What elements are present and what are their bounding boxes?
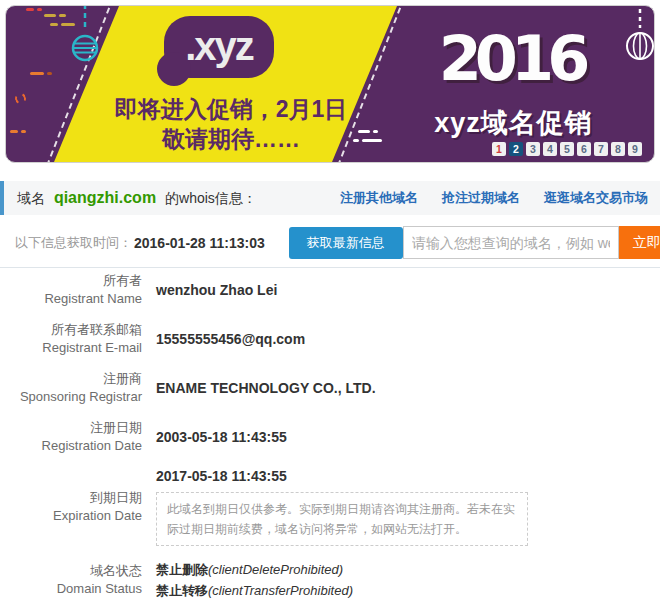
- label-en: Domain Status: [0, 580, 142, 598]
- label-cn: 到期日期: [0, 489, 142, 507]
- label-en: Registrant E-mail: [0, 339, 142, 357]
- status-cn: 禁止删除: [156, 562, 208, 577]
- link-backorder-expired-domains[interactable]: 抢注过期域名: [442, 189, 520, 207]
- label-cn: 所有者: [0, 272, 142, 290]
- banner-page-2-active[interactable]: 2: [509, 142, 523, 156]
- queried-domain: qiangzhi.com: [54, 189, 156, 206]
- expiration-note: 此域名到期日仅供参考。实际到期日期请咨询其注册商。若未在实际过期日期前续费，域名…: [156, 492, 528, 546]
- xyz-logo-text: .xyz: [185, 24, 253, 68]
- search-now-button[interactable]: 立即查询: [619, 226, 660, 259]
- banner-page-6[interactable]: 6: [577, 142, 591, 156]
- whois-toolbar: 以下信息获取时间： 2016-01-28 11:13:03 获取最新信息 立即查…: [0, 222, 660, 268]
- refresh-whois-button[interactable]: 获取最新信息: [289, 227, 403, 259]
- decor-arc: [14, 92, 28, 106]
- label-cn: 注册商: [0, 370, 142, 388]
- whois-title-suffix: 的whois信息：: [165, 190, 257, 206]
- hanging-ball-icon: [62, 5, 108, 68]
- banner-page-7[interactable]: 7: [594, 142, 608, 156]
- whois-title-prefix: 域名: [17, 190, 45, 206]
- label-en: Sponsoring Registrar: [0, 388, 142, 406]
- status-line: 禁止转移(clientTransferProhibited): [156, 580, 353, 600]
- decor-dash: [50, 23, 58, 26]
- decor-dash: [10, 130, 18, 133]
- row-label: 域名状态 Domain Status: [0, 562, 142, 598]
- banner-year: 2016: [411, 22, 611, 95]
- decor-dash: [26, 8, 34, 11]
- label-en: Registration Date: [0, 437, 142, 455]
- banner-promo-line1: 即将进入促销，2月1日: [81, 94, 381, 125]
- banner-page-1[interactable]: 1: [492, 142, 506, 156]
- xyz-promo-banner[interactable]: .xyz 即将进入促销，2月1日 敬请期待…… 2016 xyz域名促销 1 2…: [5, 5, 655, 163]
- registrant-email-value: 15555555456@qq.com: [142, 321, 305, 357]
- xyz-logo: .xyz: [164, 16, 274, 78]
- whois-table: 所有者 Registrant Name wenzhou Zhao Lei 所有者…: [0, 272, 660, 600]
- label-cn: 所有者联系邮箱: [0, 321, 142, 339]
- label-en: Registrant Name: [0, 290, 142, 308]
- expiration-date-block: 2017-05-18 11:43:55 此域名到期日仅供参考。实际到期日期请咨询…: [142, 468, 528, 546]
- row-label: 所有者联系邮箱 Registrant E-mail: [0, 321, 142, 357]
- row-registrant-email: 所有者联系邮箱 Registrant E-mail 15555555456@qq…: [0, 321, 660, 357]
- decor-dash: [44, 14, 56, 17]
- hanging-lantern-icon: [623, 9, 655, 67]
- row-label: 注册商 Sponsoring Registrar: [0, 370, 142, 406]
- row-registrar: 注册商 Sponsoring Registrar ENAME TECHNOLOG…: [0, 370, 660, 406]
- link-register-other-domains[interactable]: 注册其他域名: [340, 189, 418, 207]
- banner-pagination: 1 2 3 4 5 6 7 8 9: [492, 142, 642, 156]
- status-en: (clientDeleteProhibited): [208, 562, 343, 577]
- label-en: Expiration Date: [0, 507, 142, 525]
- decor-dash: [21, 130, 26, 133]
- registrar-value: ENAME TECHNOLOGY CO., LTD.: [142, 370, 376, 406]
- registration-date-value: 2003-05-18 11:43:55: [142, 419, 287, 455]
- fetch-time-value: 2016-01-28 11:13:03: [134, 235, 265, 251]
- status-cn: 禁止转移: [156, 583, 208, 598]
- header-links: 注册其他域名 抢注过期域名 逛逛域名交易市场: [340, 189, 648, 207]
- row-label: 到期日期 Expiration Date: [0, 489, 142, 525]
- whois-section-header: 域名 qiangzhi.com 的whois信息： 注册其他域名 抢注过期域名 …: [0, 181, 660, 215]
- whois-title: 域名 qiangzhi.com 的whois信息：: [17, 189, 257, 208]
- banner-title: xyz域名促销: [406, 105, 621, 141]
- row-label: 注册日期 Registration Date: [0, 419, 142, 455]
- banner-page-3[interactable]: 3: [526, 142, 540, 156]
- decor-dash: [30, 72, 44, 75]
- status-line: 禁止删除(clientDeleteProhibited): [156, 559, 353, 580]
- expiration-date-value: 2017-05-18 11:43:55: [156, 468, 528, 484]
- status-en: (clientTransferProhibited): [208, 583, 353, 598]
- banner-page-5[interactable]: 5: [560, 142, 574, 156]
- banner-page-4[interactable]: 4: [543, 142, 557, 156]
- decor-dash: [37, 8, 42, 11]
- label-cn: 域名状态: [0, 562, 142, 580]
- banner-page-8[interactable]: 8: [611, 142, 625, 156]
- domain-search-group: 立即查询: [403, 226, 660, 259]
- registrant-name-value: wenzhou Zhao Lei: [142, 272, 277, 308]
- label-cn: 注册日期: [0, 419, 142, 437]
- fetch-time-label: 以下信息获取时间：: [15, 234, 132, 252]
- row-expiration-date: 到期日期 Expiration Date 2017-05-18 11:43:55…: [0, 468, 660, 546]
- row-registration-date: 注册日期 Registration Date 2003-05-18 11:43:…: [0, 419, 660, 455]
- decor-dash: [47, 72, 52, 75]
- row-registrant-name: 所有者 Registrant Name wenzhou Zhao Lei: [0, 272, 660, 308]
- domain-search-input[interactable]: [403, 226, 619, 259]
- banner-promo-line2: 敬请期待……: [81, 124, 381, 155]
- row-domain-status: 域名状态 Domain Status 禁止删除(clientDeleteProh…: [0, 559, 660, 600]
- row-label: 所有者 Registrant Name: [0, 272, 142, 308]
- banner-page-9[interactable]: 9: [628, 142, 642, 156]
- link-domain-marketplace[interactable]: 逛逛域名交易市场: [544, 189, 648, 207]
- domain-status-block: 禁止删除(clientDeleteProhibited) 禁止转移(client…: [142, 559, 353, 600]
